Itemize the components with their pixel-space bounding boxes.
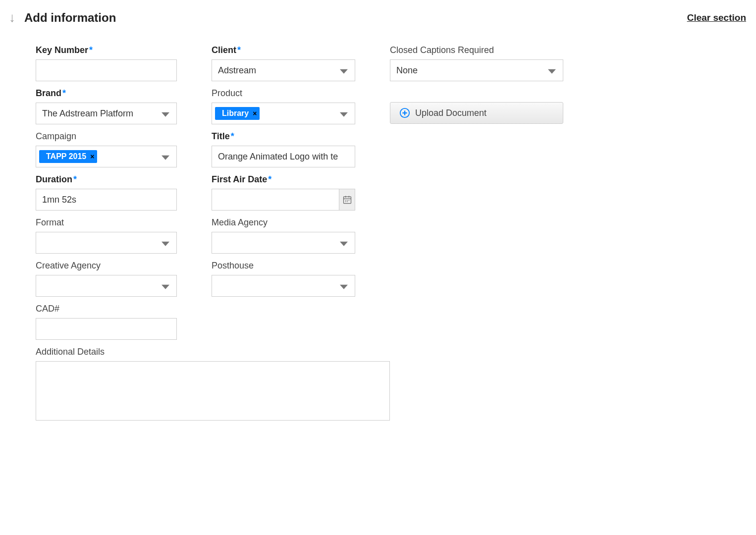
form-column-2: Client* Adstream Product Library × Title… bbox=[212, 45, 355, 429]
creative-agency-select[interactable] bbox=[36, 275, 177, 297]
client-select[interactable]: Adstream bbox=[212, 59, 355, 81]
product-select[interactable]: Library × bbox=[212, 103, 355, 124]
closed-captions-label: Closed Captions Required bbox=[390, 45, 563, 55]
remove-tag-icon[interactable]: × bbox=[90, 153, 94, 160]
brand-label: Brand* bbox=[36, 88, 177, 99]
client-label: Client* bbox=[212, 45, 355, 55]
required-star: * bbox=[73, 174, 77, 184]
first-air-date-label: First Air Date* bbox=[212, 174, 355, 185]
client-value: Adstream bbox=[218, 65, 256, 76]
label-text: Key Number bbox=[36, 45, 88, 55]
cad-input[interactable] bbox=[36, 318, 177, 340]
header-left: ↓ Add information bbox=[9, 10, 116, 25]
closed-captions-value: None bbox=[396, 65, 418, 76]
product-tag-text: Library bbox=[222, 109, 249, 118]
required-star: * bbox=[268, 174, 271, 184]
key-number-label: Key Number* bbox=[36, 45, 177, 55]
upload-icon bbox=[399, 107, 410, 118]
label-text: Title bbox=[212, 131, 230, 141]
required-star: * bbox=[237, 45, 241, 55]
date-wrap bbox=[212, 189, 355, 211]
arrow-down-icon[interactable]: ↓ bbox=[9, 10, 15, 25]
campaign-label: Campaign bbox=[36, 131, 177, 142]
field-title: Title* bbox=[212, 131, 355, 167]
required-star: * bbox=[231, 131, 234, 141]
svg-rect-0 bbox=[343, 197, 351, 203]
form-column-3: Closed Captions Required None Upload Doc… bbox=[390, 45, 563, 429]
posthouse-select[interactable] bbox=[212, 275, 355, 297]
field-cad: CAD# bbox=[36, 304, 177, 340]
product-label: Product bbox=[212, 88, 355, 99]
field-media-agency: Media Agency bbox=[212, 217, 355, 254]
field-duration: Duration* bbox=[36, 174, 177, 211]
campaign-tag-text: TAPP 2015 bbox=[46, 152, 86, 161]
title-label: Title* bbox=[212, 131, 355, 142]
field-closed-captions: Closed Captions Required None bbox=[390, 45, 563, 81]
field-product: Product Library × bbox=[212, 88, 355, 124]
field-campaign: Campaign TAPP 2015 × bbox=[36, 131, 177, 167]
closed-captions-select[interactable]: None bbox=[390, 59, 563, 81]
field-first-air-date: First Air Date* bbox=[212, 174, 355, 211]
first-air-date-input[interactable] bbox=[212, 189, 339, 211]
brand-value: The Adstream Platform bbox=[42, 108, 133, 119]
field-key-number: Key Number* bbox=[36, 45, 177, 81]
duration-label: Duration* bbox=[36, 174, 177, 185]
label-text: Brand bbox=[36, 88, 61, 98]
form-container: Key Number* Brand* The Adstream Platform… bbox=[0, 45, 756, 429]
page-title: Add information bbox=[24, 11, 116, 25]
campaign-select[interactable]: TAPP 2015 × bbox=[36, 146, 177, 167]
upload-document-button[interactable]: Upload Document bbox=[390, 102, 563, 124]
field-client: Client* Adstream bbox=[212, 45, 355, 81]
media-agency-label: Media Agency bbox=[212, 217, 355, 228]
creative-agency-label: Creative Agency bbox=[36, 261, 177, 271]
section-header: ↓ Add information Clear section bbox=[0, 10, 756, 45]
label-text: Client bbox=[212, 45, 236, 55]
format-label: Format bbox=[36, 217, 177, 228]
clear-section-link[interactable]: Clear section bbox=[687, 12, 746, 23]
label-text: First Air Date bbox=[212, 174, 267, 184]
field-posthouse: Posthouse bbox=[212, 261, 355, 297]
format-select[interactable] bbox=[36, 232, 177, 254]
product-tag: Library × bbox=[215, 107, 260, 120]
field-format: Format bbox=[36, 217, 177, 254]
title-input[interactable] bbox=[212, 146, 355, 167]
campaign-tag: TAPP 2015 × bbox=[39, 150, 97, 163]
required-star: * bbox=[62, 88, 66, 98]
upload-button-label: Upload Document bbox=[415, 108, 486, 118]
calendar-button[interactable] bbox=[339, 189, 355, 211]
label-text: Duration bbox=[36, 174, 72, 184]
calendar-icon bbox=[342, 195, 352, 205]
media-agency-select[interactable] bbox=[212, 232, 355, 254]
field-brand: Brand* The Adstream Platform bbox=[36, 88, 177, 124]
cad-label: CAD# bbox=[36, 304, 177, 314]
required-star: * bbox=[89, 45, 93, 55]
form-column-1: Key Number* Brand* The Adstream Platform… bbox=[36, 45, 177, 429]
key-number-input[interactable] bbox=[36, 59, 177, 81]
brand-select[interactable]: The Adstream Platform bbox=[36, 103, 177, 124]
field-creative-agency: Creative Agency bbox=[36, 261, 177, 297]
posthouse-label: Posthouse bbox=[212, 261, 355, 271]
duration-input[interactable] bbox=[36, 189, 177, 211]
remove-tag-icon[interactable]: × bbox=[253, 109, 257, 117]
